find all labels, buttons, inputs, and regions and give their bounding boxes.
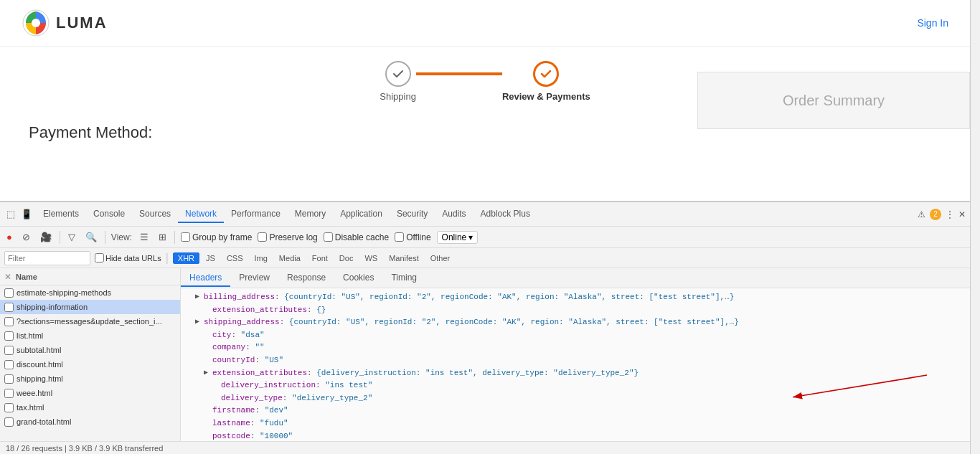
request-item[interactable]: ?sections=messages&update_section_i... xyxy=(0,314,180,328)
devtools-tab-performance[interactable]: Performance xyxy=(224,206,288,223)
separator-3 xyxy=(174,231,175,244)
svg-point-1 xyxy=(32,19,40,27)
devtools-tab-audits[interactable]: Audits xyxy=(435,206,473,223)
step-shipping: Shipping xyxy=(380,61,416,102)
json-line: countryId: "US" xyxy=(187,354,964,367)
filter-type-font[interactable]: Font xyxy=(307,252,333,264)
details-tab-timing[interactable]: Timing xyxy=(382,270,425,287)
record-icon[interactable]: ● xyxy=(4,230,14,244)
group-by-frame-checkbox[interactable]: Group by frame xyxy=(181,232,252,242)
request-item[interactable]: tax.html xyxy=(0,400,180,415)
filter-type-js[interactable]: JS xyxy=(201,252,220,264)
search-icon[interactable]: 🔍 xyxy=(83,230,99,244)
browser-scrollbar[interactable] xyxy=(970,0,980,454)
filter-type-css[interactable]: CSS xyxy=(222,252,248,264)
json-line: city: "dsa" xyxy=(187,329,964,342)
logo-area: LUMA xyxy=(22,9,108,37)
request-item-name: weee.html xyxy=(17,389,52,397)
devtools-top-right: ⚠ 2 ⋮ ✕ xyxy=(918,209,966,220)
devtools-tab-console[interactable]: Console xyxy=(86,206,132,223)
request-item-name: shipping.html xyxy=(17,374,63,383)
details-tab-headers[interactable]: Headers xyxy=(181,270,230,287)
warning-icon: ⚠ xyxy=(918,209,925,219)
json-value: "dev" xyxy=(265,405,288,417)
json-key: extension_attributes xyxy=(212,304,307,317)
step-review: Review & Payments xyxy=(502,61,590,102)
view-list-icon[interactable]: ☰ xyxy=(138,230,151,244)
sign-in-link[interactable]: Sign In xyxy=(917,17,948,29)
close-details-icon[interactable]: ✕ xyxy=(4,272,11,282)
online-button[interactable]: Online ▾ xyxy=(437,231,479,244)
filter-type-other[interactable]: Other xyxy=(425,252,456,264)
view-grid-icon[interactable]: ⊞ xyxy=(156,230,169,244)
request-item[interactable]: subtotal.html xyxy=(0,343,180,357)
request-item[interactable]: estimate-shipping-methods xyxy=(0,285,180,300)
json-line: delivery_type: "delivery_type_2" xyxy=(187,392,964,405)
request-item-name: discount.html xyxy=(17,360,63,369)
devtools-tab-adblock-plus[interactable]: Adblock Plus xyxy=(473,206,537,223)
details-tab-cookies[interactable]: Cookies xyxy=(334,270,382,287)
request-item-name: subtotal.html xyxy=(17,346,61,354)
filter-input[interactable] xyxy=(4,251,90,265)
json-key: firstname xyxy=(212,405,255,417)
json-expand-icon[interactable]: ▶ xyxy=(204,367,211,379)
json-key: lastname xyxy=(212,417,250,430)
page-content: LUMA Sign In Shipping Review & Payments … xyxy=(0,0,970,201)
hide-data-urls-checkbox[interactable]: Hide data URLs xyxy=(95,253,161,263)
filter-type-xhr[interactable]: XHR xyxy=(173,252,199,264)
offline-checkbox[interactable]: Offline xyxy=(395,232,430,242)
json-line: extension_attributes: {} xyxy=(187,304,964,317)
json-value: {countryId: "US", regionId: "2", regionC… xyxy=(284,291,734,304)
step-review-circle xyxy=(533,61,559,87)
json-value: "ins test" xyxy=(325,379,372,392)
devtools-statusbar: 18 / 26 requests | 3.9 KB / 3.9 KB trans… xyxy=(0,441,970,454)
stop-icon[interactable]: ⊘ xyxy=(20,230,32,244)
filter-type-doc[interactable]: Doc xyxy=(334,252,359,264)
json-line: ▶billing_address: {countryId: "US", regi… xyxy=(187,291,964,304)
more-options-icon[interactable]: ⋮ xyxy=(946,209,954,219)
devtools-tab-memory[interactable]: Memory xyxy=(288,206,333,223)
details-tab-preview[interactable]: Preview xyxy=(230,270,278,287)
request-item[interactable]: shipping-information xyxy=(0,300,180,314)
cursor-icon[interactable]: ⬚ xyxy=(4,207,17,221)
json-key: city xyxy=(212,329,231,342)
json-value: "US" xyxy=(265,354,283,367)
devtools-controls: ● ⊘ 🎥 ▽ 🔍 View: ☰ ⊞ Group by frame Prese… xyxy=(0,227,970,248)
name-column-header: Name xyxy=(16,273,37,281)
preserve-log-checkbox[interactable]: Preserve log xyxy=(258,232,317,242)
json-value: "" xyxy=(255,341,264,354)
details-tab-response[interactable]: Response xyxy=(278,270,334,287)
request-item[interactable]: discount.html xyxy=(0,357,180,372)
requests-header: ✕ Name xyxy=(0,268,180,285)
devtools-tab-application[interactable]: Application xyxy=(333,206,390,223)
devtools-tab-elements[interactable]: Elements xyxy=(36,206,86,223)
filter-type-ws[interactable]: WS xyxy=(359,252,382,264)
json-key: countryId xyxy=(212,354,255,367)
site-header: LUMA Sign In xyxy=(0,0,970,47)
luma-logo-icon xyxy=(22,9,50,37)
filter-type-manifest[interactable]: Manifest xyxy=(384,252,424,264)
devtools-tab-sources[interactable]: Sources xyxy=(132,206,178,223)
json-value: "dsa" xyxy=(241,329,265,342)
filter-type-img[interactable]: Img xyxy=(250,252,273,264)
disable-cache-checkbox[interactable]: Disable cache xyxy=(324,232,389,242)
json-expand-icon[interactable]: ▶ xyxy=(195,291,202,303)
request-item[interactable]: shipping.html xyxy=(0,372,180,386)
devtools-tab-security[interactable]: Security xyxy=(390,206,435,223)
request-item[interactable]: list.html xyxy=(0,328,180,343)
json-line: lastname: "fudu" xyxy=(187,417,964,430)
request-item[interactable]: grand-total.html xyxy=(0,415,180,429)
clear-icon[interactable]: 🎥 xyxy=(38,230,54,244)
json-value: {delivery_instruction: "ins test", deliv… xyxy=(316,367,639,380)
request-item-name: tax.html xyxy=(17,403,44,412)
request-item[interactable]: weee.html xyxy=(0,386,180,400)
warning-badge: 2 xyxy=(930,209,941,220)
json-expand-icon[interactable]: ▶ xyxy=(195,316,202,328)
devtools-main-content: ✕ Name estimate-shipping-methodsshipping… xyxy=(0,268,970,441)
close-devtools-icon[interactable]: ✕ xyxy=(958,209,966,219)
filter-type-media[interactable]: Media xyxy=(274,252,306,264)
filter-icon[interactable]: ▽ xyxy=(66,230,77,244)
filter-types: XHRJSCSSImgMediaFontDocWSManifestOther xyxy=(173,252,455,264)
devtools-tab-network[interactable]: Network xyxy=(178,206,224,223)
mobile-icon[interactable]: 📱 xyxy=(19,207,34,221)
